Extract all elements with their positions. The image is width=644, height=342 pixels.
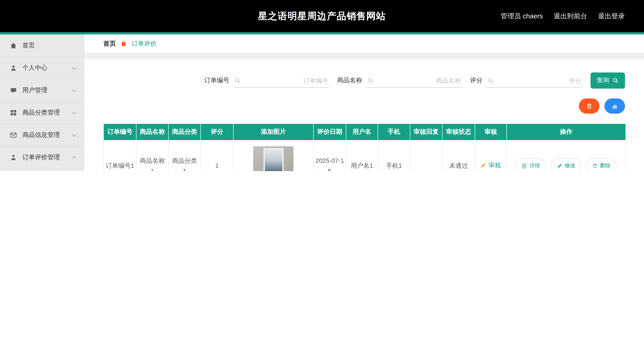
column-header: 操作	[507, 124, 626, 140]
field-label: 评分	[470, 76, 482, 84]
product-image	[253, 146, 294, 171]
search-field-product-name: 商品名称	[337, 74, 462, 88]
user-icon	[10, 64, 17, 71]
breadcrumb-home-link[interactable]: 首页	[103, 40, 116, 48]
breadcrumb-current: 订单评价	[132, 40, 156, 48]
chevron-down-icon	[72, 87, 76, 92]
search-icon	[488, 77, 494, 84]
sidebar-item-label: 用户管理	[22, 86, 67, 94]
score-input[interactable]	[496, 77, 581, 84]
sidebar-item-label: 个人中心	[22, 64, 67, 72]
column-header: 审核回复	[410, 124, 442, 140]
order-review-table: 订单编号 商品名称 商品分类 评分 添加图片 评价日期 用户名 手机 审核回复 …	[103, 124, 626, 171]
audit-link[interactable]: 审核	[480, 160, 501, 170]
sidebar-item-label: 商品信息管理	[22, 131, 67, 139]
sidebar-item-label: 商品分类管理	[22, 108, 67, 116]
product-name-input[interactable]	[376, 77, 461, 84]
search-form: 订单编号 商品名称 评分	[103, 72, 625, 88]
sidebar-item-product-category[interactable]: 商品分类管理	[0, 102, 84, 124]
cell-audit: 审核	[475, 140, 507, 171]
sidebar-item-label: 首页	[22, 42, 76, 50]
sidebar-item-profile[interactable]: 个人中心	[0, 57, 84, 79]
cell-audit-status: 未通过	[442, 140, 475, 171]
app-title: 星之语明星周边产品销售网站	[258, 10, 386, 22]
column-header: 审核	[475, 124, 507, 140]
chevron-down-icon	[72, 132, 76, 136]
content-divider	[84, 53, 644, 59]
order-no-input[interactable]	[243, 77, 328, 84]
trash-icon	[586, 103, 592, 109]
search-icon	[367, 77, 373, 84]
exit-to-front-link[interactable]: 退出到前台	[554, 12, 587, 20]
bar-chart-icon	[611, 103, 618, 109]
trash-icon	[592, 163, 598, 168]
chevron-down-icon	[72, 110, 76, 114]
cell-review-date: 2025-07-15	[314, 140, 346, 171]
app-header: 星之语明星周边产品销售网站 管理员 chaers 退出到前台 退出登录	[0, 0, 644, 32]
sidebar-item-label: 订单评价管理	[22, 153, 67, 161]
column-header: 评分	[201, 124, 233, 140]
review-icon	[10, 154, 17, 161]
chevron-up-icon	[72, 156, 76, 160]
field-label: 商品名称	[337, 76, 362, 84]
cell-audit-reply	[410, 140, 442, 171]
cell-score: 1	[201, 140, 233, 171]
pencil-icon	[557, 163, 562, 168]
shopping-bag-icon	[120, 40, 127, 47]
column-header: 审核状态	[442, 124, 475, 140]
column-header: 评价日期	[314, 124, 346, 140]
document-icon	[522, 163, 527, 168]
edit-button[interactable]: 修改	[551, 158, 581, 171]
field-label: 订单编号	[204, 76, 229, 84]
batch-delete-button[interactable]	[579, 98, 599, 114]
header-accent-strip	[0, 32, 644, 34]
mail-icon	[10, 131, 17, 138]
cell-category: 商品分类1	[168, 140, 201, 171]
table-row: 订单编号1 商品名称1 商品分类1 1 2025-07-15 用户名1 手机1 …	[104, 140, 626, 171]
toolbar	[103, 98, 625, 114]
column-header: 商品名称	[136, 124, 168, 140]
cell-actions: 详情 修改 删除	[507, 140, 626, 171]
column-header: 手机	[378, 124, 410, 140]
detail-button[interactable]: 详情	[516, 158, 546, 171]
category-icon	[10, 109, 17, 116]
sidebar-submenu-item-order-review[interactable]: 订单评价	[0, 169, 84, 171]
main-area: 首页 订单评价 订单编号 商品名称	[84, 34, 644, 171]
app-window: 星之语明星周边产品销售网站 管理员 chaers 退出到前台 退出登录 首页 个…	[0, 0, 644, 171]
header-actions: 管理员 chaers 退出到前台 退出登录	[501, 12, 625, 20]
delete-button[interactable]: 删除	[586, 158, 616, 171]
cell-order-no: 订单编号1	[104, 140, 136, 171]
column-header: 用户名	[346, 124, 378, 140]
search-icon	[612, 78, 618, 84]
search-icon	[234, 77, 240, 84]
cell-product-name: 商品名称1	[136, 140, 168, 171]
sidebar-item-users[interactable]: 用户管理	[0, 79, 84, 102]
breadcrumb: 首页 订单评价	[84, 34, 644, 53]
column-header: 商品分类	[168, 124, 201, 140]
query-button[interactable]: 查询	[590, 72, 625, 88]
cell-username: 用户名1	[346, 140, 378, 171]
table-header-row: 订单编号 商品名称 商品分类 评分 添加图片 评价日期 用户名 手机 审核回复 …	[104, 124, 626, 140]
cell-phone: 手机1	[378, 140, 410, 171]
chart-report-button[interactable]	[604, 98, 625, 114]
sidebar-item-product-info[interactable]: 商品信息管理	[0, 124, 84, 146]
column-header: 订单编号	[104, 124, 136, 140]
chevron-down-icon	[72, 65, 76, 69]
search-field-order-no: 订单编号	[204, 74, 329, 88]
search-field-score: 评分	[470, 74, 582, 88]
column-header: 添加图片	[233, 124, 314, 140]
sidebar-item-order-review[interactable]: 订单评价管理	[0, 146, 84, 169]
sidebar-item-home[interactable]: 首页	[0, 34, 84, 57]
users-icon	[10, 86, 17, 94]
logout-link[interactable]: 退出登录	[598, 12, 625, 20]
sidebar: 首页 个人中心 用户管理 商品分类管理 商品信息管理	[0, 34, 84, 171]
pencil-icon	[480, 162, 486, 168]
cell-image	[233, 140, 314, 171]
content-panel: 订单编号 商品名称 评分	[84, 59, 644, 171]
admin-label: 管理员 chaers	[501, 12, 543, 20]
home-icon	[10, 42, 17, 49]
